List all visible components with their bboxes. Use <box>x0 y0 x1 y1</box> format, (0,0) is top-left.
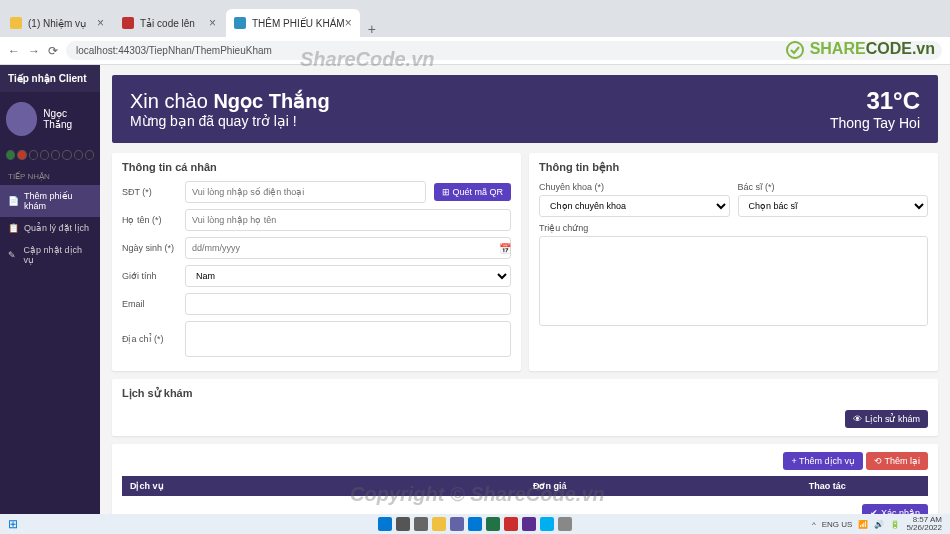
col-service: Dịch vụ <box>122 476 525 496</box>
sidebar-item-them-phieu-kham[interactable]: 📄 Thêm phiếu khám <box>0 185 100 217</box>
form-panels: Thông tin cá nhân SĐT (*) ⊞ Quét mã QR H… <box>100 153 950 371</box>
wifi-icon[interactable]: 📶 <box>858 520 868 529</box>
tb-app-icon[interactable] <box>522 517 536 531</box>
confirm-button[interactable]: ✔ Xác nhận <box>862 504 928 514</box>
tab-title: Tải code lên <box>140 18 195 29</box>
clock[interactable]: 8:57 AM 5/26/2022 <box>906 516 942 532</box>
theme-dot[interactable] <box>40 150 49 160</box>
specialty-select[interactable]: Chọn chuyên khoa <box>539 195 730 217</box>
new-tab-button[interactable]: + <box>360 21 384 37</box>
sidebar-item-cap-nhat-dich-vu[interactable]: ✎ Cập nhật dịch vụ <box>0 239 100 271</box>
chevron-up-icon[interactable]: ^ <box>812 520 816 529</box>
name-input[interactable] <box>185 209 511 231</box>
phone-row: SĐT (*) ⊞ Quét mã QR <box>122 181 511 203</box>
symptom-block: Triệu chứng <box>539 223 928 328</box>
tb-app-icon[interactable] <box>468 517 482 531</box>
windows-icon[interactable] <box>378 517 392 531</box>
theme-dot[interactable] <box>74 150 83 160</box>
add-service-button[interactable]: + Thêm dịch vụ <box>783 452 863 470</box>
tab-favicon <box>10 17 22 29</box>
refresh-icon: ⟲ <box>874 456 884 466</box>
theme-picker <box>0 146 100 164</box>
services-panel: + Thêm dịch vụ ⟲ Thêm lại Dịch vụ Đơn gi… <box>112 444 938 514</box>
sidebar-item-quan-ly-dat-lich[interactable]: 📋 Quản lý đặt lịch <box>0 217 100 239</box>
back-icon[interactable]: ← <box>8 44 20 58</box>
volume-icon[interactable]: 🔊 <box>874 520 884 529</box>
edit-icon: ✎ <box>8 250 18 260</box>
history-panel: Lịch sử khám 👁 Lịch sử khám <box>112 379 938 436</box>
tb-app-icon[interactable] <box>558 517 572 531</box>
services-actions: + Thêm dịch vụ ⟲ Thêm lại <box>122 452 928 470</box>
forward-icon[interactable]: → <box>28 44 40 58</box>
sidebar-header: Tiếp nhận Client <box>0 65 100 92</box>
tb-app-icon[interactable] <box>504 517 518 531</box>
sidebar-section-label: TIẾP NHẬN <box>0 164 100 185</box>
dob-label: Ngày sinh (*) <box>122 243 177 253</box>
taskbar-center <box>378 517 572 531</box>
email-label: Email <box>122 299 177 309</box>
doctor-select[interactable]: Chọn bác sĩ <box>738 195 929 217</box>
close-icon[interactable]: × <box>209 16 216 30</box>
theme-dot[interactable] <box>17 150 26 160</box>
theme-dot[interactable] <box>6 150 15 160</box>
qr-button-label: Quét mã QR <box>452 187 503 197</box>
browser-tab-1[interactable]: Tải code lên × <box>114 9 224 37</box>
qr-icon: ⊞ <box>442 187 453 197</box>
avatar[interactable] <box>6 102 37 136</box>
tb-app-icon[interactable] <box>414 517 428 531</box>
personal-info-panel: Thông tin cá nhân SĐT (*) ⊞ Quét mã QR H… <box>112 153 521 371</box>
gender-select[interactable]: Nam <box>185 265 511 287</box>
lang-indicator[interactable]: ENG US <box>822 520 853 529</box>
tb-app-icon[interactable] <box>486 517 500 531</box>
tb-app-icon[interactable] <box>432 517 446 531</box>
sidebar-item-label: Cập nhật dịch vụ <box>24 245 92 265</box>
phone-input[interactable] <box>185 181 426 203</box>
calendar-icon[interactable]: 📅 <box>499 243 511 254</box>
reset-button[interactable]: ⟲ Thêm lại <box>866 452 928 470</box>
theme-dot[interactable] <box>62 150 71 160</box>
panel-title: Thông tin bệnh <box>539 161 928 174</box>
plus-icon: + <box>791 456 799 466</box>
address-row: Địa chỉ (*) <box>122 321 511 357</box>
symptom-input[interactable] <box>539 236 928 326</box>
profile-name: Ngọc Thắng <box>43 108 94 130</box>
tb-app-icon[interactable] <box>450 517 464 531</box>
greeting-prefix: Xin chào <box>130 90 213 112</box>
address-input[interactable] <box>185 321 511 357</box>
close-icon[interactable]: × <box>345 16 352 30</box>
browser-tab-2[interactable]: THÊM PHIẾU KHÁM × <box>226 9 360 37</box>
reset-button-label: Thêm lại <box>884 456 920 466</box>
tab-favicon <box>234 17 246 29</box>
tb-app-icon[interactable] <box>540 517 554 531</box>
history-button[interactable]: 👁 Lịch sử khám <box>845 410 928 428</box>
profile-block: Ngọc Thắng <box>0 92 100 146</box>
battery-icon[interactable]: 🔋 <box>890 520 900 529</box>
start-icon[interactable]: ⊞ <box>8 517 18 531</box>
qr-scan-button[interactable]: ⊞ Quét mã QR <box>434 183 511 201</box>
banner-right: 31°C Thong Tay Hoi <box>830 87 920 131</box>
app-container: Tiếp nhận Client Ngọc Thắng TIẾP NHẬN 📄 … <box>0 65 950 514</box>
email-input[interactable] <box>185 293 511 315</box>
close-icon[interactable]: × <box>97 16 104 30</box>
medical-info-panel: Thông tin bệnh Chuyên khoa (*) Chọn chuy… <box>529 153 938 371</box>
dob-input[interactable] <box>185 237 511 259</box>
svg-point-0 <box>787 42 803 58</box>
name-row: Họ tên (*) <box>122 209 511 231</box>
sidebar-item-label: Quản lý đặt lịch <box>24 223 89 233</box>
location: Thong Tay Hoi <box>830 115 920 131</box>
tb-app-icon[interactable] <box>396 517 410 531</box>
doctor-label: Bác sĩ (*) <box>738 182 929 192</box>
tab-favicon <box>122 17 134 29</box>
phone-label: SĐT (*) <box>122 187 177 197</box>
specialty-col: Chuyên khoa (*) Chọn chuyên khoa <box>539 182 730 217</box>
theme-dot[interactable] <box>29 150 38 160</box>
browser-tab-0[interactable]: (1) Nhiệm vụ × <box>2 9 112 37</box>
reload-icon[interactable]: ⟳ <box>48 44 58 58</box>
theme-dot[interactable] <box>85 150 94 160</box>
tab-title: (1) Nhiệm vụ <box>28 18 86 29</box>
date: 5/26/2022 <box>906 524 942 532</box>
tab-title: THÊM PHIẾU KHÁM <box>252 18 345 29</box>
gender-label: Giới tính <box>122 271 177 281</box>
email-row: Email <box>122 293 511 315</box>
theme-dot[interactable] <box>51 150 60 160</box>
